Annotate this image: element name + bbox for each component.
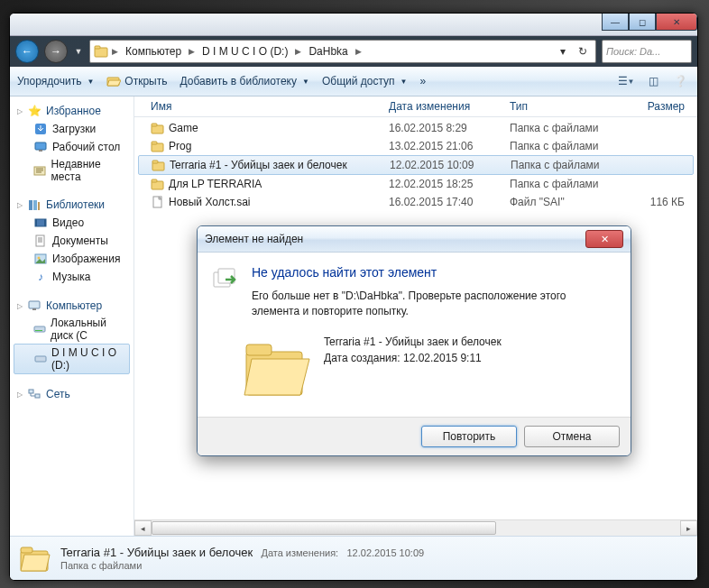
search-input[interactable]: Поиск: Da... [602, 40, 692, 63]
refresh-button[interactable]: ↻ [574, 42, 592, 60]
pictures-icon [33, 252, 48, 266]
file-row[interactable]: Новый Холст.sai16.02.2015 17:40Файл "SAI… [134, 193, 697, 211]
scroll-track[interactable] [152, 521, 680, 535]
forward-button[interactable]: → [44, 40, 68, 63]
folder-icon [94, 44, 108, 59]
history-dropdown[interactable]: ▼ [73, 43, 84, 60]
column-headers: Имя Дата изменения Тип Размер [134, 96, 697, 117]
svg-rect-24 [152, 124, 157, 126]
sidebar-item-desktop[interactable]: Рабочий стол [10, 138, 134, 156]
file-row[interactable]: Terraria #1 - Убийцы заек и белочек12.02… [138, 155, 694, 175]
details-date-value: 12.02.2015 10:09 [347, 547, 425, 558]
dialog-title: Элемент не найден [205, 233, 303, 245]
svg-rect-12 [44, 219, 46, 226]
dialog-close-button[interactable]: ✕ [585, 230, 623, 248]
file-type: Папка с файлами [502, 178, 623, 190]
sidebar-favorites-header[interactable]: ▷⭐Избранное [10, 102, 134, 120]
sidebar-item-video[interactable]: Видео [10, 214, 134, 232]
view-options-button[interactable]: ☰ ▼ [616, 73, 636, 89]
svg-rect-1 [95, 46, 100, 49]
folder-icon [151, 139, 165, 153]
back-button[interactable]: ← [15, 40, 39, 63]
sidebar-item-drive-c[interactable]: Локальный диск (C [10, 315, 134, 344]
breadcrumb-segment[interactable]: D I M U C I O (D:) [198, 44, 291, 59]
file-date: 16.02.2015 8:29 [382, 122, 502, 134]
recent-icon [33, 163, 47, 178]
downloads-icon [33, 122, 48, 136]
details-type: Папка с файлами [60, 560, 688, 571]
svg-rect-22 [35, 394, 40, 398]
sidebar-item-music[interactable]: ♪Музыка [10, 268, 134, 286]
details-name: Terraria #1 - Убийцы заек и белочек [60, 546, 253, 559]
file-size: 116 КБ [623, 196, 692, 208]
drive-icon [33, 322, 46, 336]
svg-rect-20 [35, 356, 46, 362]
horizontal-scrollbar[interactable]: ◂ ▸ [134, 519, 697, 536]
dialog-titlebar[interactable]: Элемент не найден ✕ [198, 226, 631, 253]
large-folder-icon [241, 332, 313, 404]
file-type: Папка с файлами [502, 140, 623, 152]
address-dropdown[interactable]: ▾ [554, 42, 572, 60]
svg-rect-7 [29, 200, 32, 210]
star-icon: ⭐ [27, 104, 41, 118]
file-name: Новый Холст.sai [169, 196, 251, 208]
minimize-button[interactable]: — [602, 14, 629, 31]
desktop-icon [33, 140, 48, 154]
scroll-thumb[interactable] [152, 521, 496, 535]
scroll-left-button[interactable]: ◂ [134, 520, 152, 536]
sidebar-computer-header[interactable]: ▷Компьютер [10, 297, 134, 315]
breadcrumb-segment[interactable]: Компьютер [122, 44, 185, 59]
drive-icon [34, 352, 47, 366]
dialog-item-created-label: Дата создания: [324, 352, 401, 364]
toolbar: Упорядочить▼ Открыть Добавить в библиоте… [10, 67, 697, 96]
details-pane: Terraria #1 - Убийцы заек и белочек Дата… [10, 536, 697, 580]
col-name[interactable]: Имя [143, 100, 382, 113]
address-bar[interactable]: ▶ Компьютер ▶ D I M U C I O (D:) ▶ DaHbk… [89, 40, 596, 63]
sidebar-item-pictures[interactable]: Изображения [10, 250, 134, 268]
svg-rect-26 [152, 142, 157, 144]
toolbar-more[interactable]: » [419, 75, 426, 87]
sidebar-item-downloads[interactable]: Загрузки [10, 120, 134, 138]
svg-rect-28 [152, 161, 158, 163]
sidebar-item-drive-d[interactable]: D I M U C I O (D:) [14, 344, 130, 374]
sidebar-network-header[interactable]: ▷Сеть [10, 385, 134, 403]
svg-rect-19 [35, 330, 42, 331]
open-button[interactable]: Открыть [106, 74, 167, 88]
close-button[interactable]: ✕ [656, 14, 697, 31]
preview-pane-button[interactable]: ◫ [643, 73, 663, 89]
retry-button[interactable]: Повторить [421, 426, 517, 447]
sidebar-libraries-header[interactable]: ▷Библиотеки [10, 196, 134, 214]
titlebar[interactable]: — ◻ ✕ [10, 14, 697, 36]
col-date[interactable]: Дата изменения [382, 100, 502, 113]
file-name: Prog [169, 140, 191, 152]
dialog-item-name: Terraria #1 - Убийцы заек и белочек [324, 334, 502, 350]
file-row[interactable]: Game16.02.2015 8:29Папка с файлами [134, 119, 697, 137]
svg-rect-18 [34, 326, 45, 332]
sidebar-item-recent[interactable]: Недавние места [10, 156, 134, 185]
svg-rect-4 [35, 142, 46, 150]
col-type[interactable]: Тип [502, 100, 623, 113]
svg-rect-11 [35, 219, 37, 226]
help-button[interactable]: ❔ [670, 73, 690, 89]
dialog-message: Его больше нет в "D:\DaHbka". Проверьте … [252, 289, 616, 319]
maximize-button[interactable]: ◻ [629, 14, 656, 31]
breadcrumb-segment[interactable]: DaHbka [305, 44, 351, 59]
file-date: 13.02.2015 21:06 [382, 140, 502, 152]
share-menu[interactable]: Общий доступ▼ [322, 75, 408, 87]
file-date: 16.02.2015 17:40 [382, 196, 502, 208]
file-row[interactable]: Prog13.02.2015 21:06Папка с файлами [134, 137, 697, 155]
scroll-right-button[interactable]: ▸ [680, 520, 697, 536]
svg-rect-13 [36, 235, 44, 246]
organize-menu[interactable]: Упорядочить▼ [17, 75, 94, 87]
svg-rect-21 [29, 390, 33, 393]
chevron-right-icon: ▶ [355, 47, 362, 56]
file-name: Game [169, 122, 198, 134]
svg-rect-5 [39, 150, 42, 152]
sidebar-item-documents[interactable]: Документы [10, 232, 134, 250]
music-icon: ♪ [33, 270, 48, 284]
cancel-button[interactable]: Отмена [524, 426, 620, 447]
include-library-menu[interactable]: Добавить в библиотеку▼ [180, 75, 308, 87]
file-row[interactable]: Для LP TERRARIA12.02.2015 18:25Папка с ф… [134, 175, 697, 193]
col-size[interactable]: Размер [623, 100, 692, 113]
svg-rect-37 [246, 345, 272, 355]
